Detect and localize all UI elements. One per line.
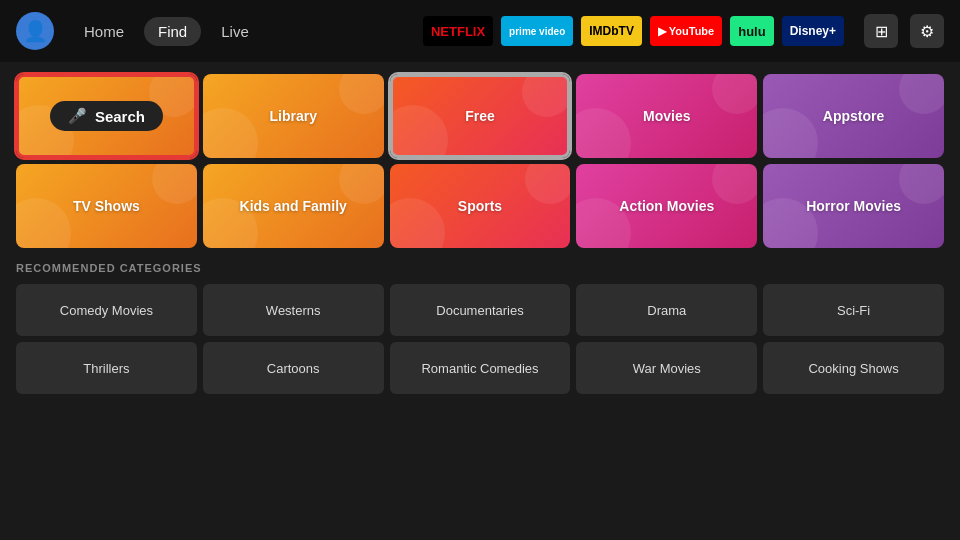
rec-comedy-movies[interactable]: Comedy Movies [16, 284, 197, 336]
search-pill-label: Search [95, 108, 145, 125]
rec-war-movies[interactable]: War Movies [576, 342, 757, 394]
recommended-title: RECOMMENDED CATEGORIES [16, 262, 944, 274]
free-tile[interactable]: Free [390, 74, 571, 158]
rec-romantic-comedies[interactable]: Romantic Comedies [390, 342, 571, 394]
kidsfamily-label: Kids and Family [240, 198, 347, 214]
settings-button[interactable]: ⚙ [910, 14, 944, 48]
avatar[interactable]: 👤 [16, 12, 54, 50]
search-tile[interactable]: 🎤 Search [16, 74, 197, 158]
sports-tile[interactable]: Sports [390, 164, 571, 248]
sports-label: Sports [458, 198, 502, 214]
nav-links: Home Find Live [70, 17, 263, 46]
nav-find[interactable]: Find [144, 17, 201, 46]
library-label: Library [269, 108, 316, 124]
appstore-tile[interactable]: Appstore [763, 74, 944, 158]
netflix-logo[interactable]: NETFLIX [423, 16, 493, 46]
movies-tile[interactable]: Movies [576, 74, 757, 158]
hulu-logo[interactable]: hulu [730, 16, 773, 46]
rec-thrillers[interactable]: Thrillers [16, 342, 197, 394]
imdb-logo[interactable]: IMDbTV [581, 16, 642, 46]
navbar: 👤 Home Find Live NETFLIX prime video IMD… [0, 0, 960, 62]
nav-live[interactable]: Live [207, 17, 263, 46]
grid-apps-button[interactable]: ⊞ [864, 14, 898, 48]
free-label: Free [465, 108, 495, 124]
actionmovies-tile[interactable]: Action Movies [576, 164, 757, 248]
youtube-logo[interactable]: ▶ YouTube [650, 16, 722, 46]
tvshows-label: TV Shows [73, 198, 140, 214]
top-grid: 🎤 Search Library Free Movies Appstore [16, 74, 944, 158]
prime-logo[interactable]: prime video [501, 16, 573, 46]
movies-label: Movies [643, 108, 690, 124]
user-icon: 👤 [23, 19, 48, 43]
recommended-section: RECOMMENDED CATEGORIES Comedy Movies Wes… [0, 248, 960, 394]
search-pill: 🎤 Search [50, 101, 163, 131]
rec-cartoons[interactable]: Cartoons [203, 342, 384, 394]
mic-icon: 🎤 [68, 107, 87, 125]
tvshows-tile[interactable]: TV Shows [16, 164, 197, 248]
rec-westerns[interactable]: Westerns [203, 284, 384, 336]
kidsfamily-tile[interactable]: Kids and Family [203, 164, 384, 248]
bottom-grid: TV Shows Kids and Family Sports Action M… [16, 164, 944, 248]
rec-documentaries[interactable]: Documentaries [390, 284, 571, 336]
nav-home[interactable]: Home [70, 17, 138, 46]
rec-scifi[interactable]: Sci-Fi [763, 284, 944, 336]
streaming-logos: NETFLIX prime video IMDbTV ▶ YouTube hul… [423, 16, 844, 46]
library-tile[interactable]: Library [203, 74, 384, 158]
main-area: 🎤 Search Library Free Movies Appstore [0, 62, 960, 248]
actionmovies-label: Action Movies [619, 198, 714, 214]
rec-drama[interactable]: Drama [576, 284, 757, 336]
rec-cooking-shows[interactable]: Cooking Shows [763, 342, 944, 394]
disney-logo[interactable]: Disney+ [782, 16, 844, 46]
appstore-label: Appstore [823, 108, 884, 124]
horrormovies-tile[interactable]: Horror Movies [763, 164, 944, 248]
horrormovies-label: Horror Movies [806, 198, 901, 214]
recommended-grid: Comedy Movies Westerns Documentaries Dra… [16, 284, 944, 394]
